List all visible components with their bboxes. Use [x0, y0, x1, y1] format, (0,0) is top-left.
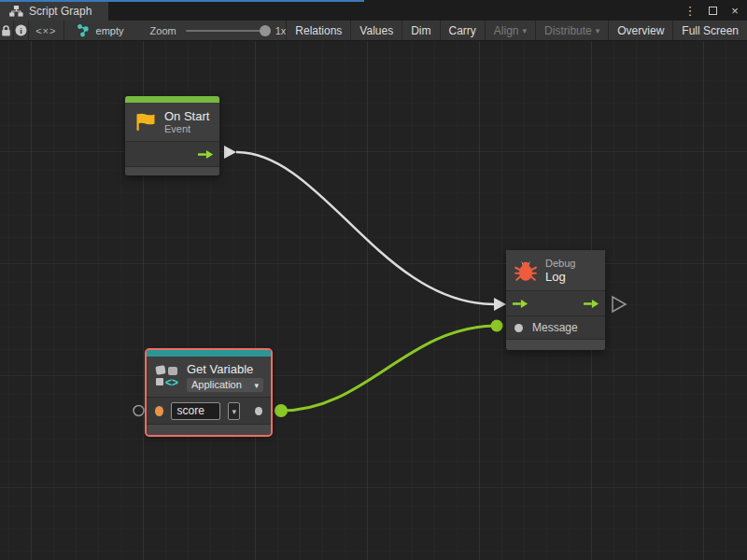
variable-name-dropdown[interactable]: ▾	[228, 402, 240, 420]
node-header[interactable]: On Start Event	[125, 103, 219, 141]
get-variable-value-connector[interactable]	[275, 404, 288, 417]
flow-output-port[interactable]	[197, 149, 214, 160]
overview-button[interactable]: Overview	[609, 21, 673, 40]
graph-canvas[interactable]: On Start Event Debug Log	[0, 41, 747, 560]
sitemap-icon	[9, 6, 23, 17]
graph-pointer-icon	[78, 24, 91, 37]
distribute-button[interactable]: Distribute▾	[536, 21, 609, 40]
zoom-control: Zoom 1x	[150, 21, 287, 40]
chevron-down-icon: ▾	[523, 27, 528, 35]
svg-text:<>: <>	[165, 376, 178, 389]
maximize-icon[interactable]	[706, 2, 719, 21]
close-icon[interactable]: ×	[728, 2, 741, 21]
message-port-label: Message	[532, 321, 578, 334]
port-row: score ▾	[147, 397, 271, 424]
node-on-start[interactable]: On Start Event	[125, 96, 219, 175]
fullscreen-button[interactable]: Full Screen	[673, 21, 747, 40]
tab-script-graph[interactable]: Script Graph	[0, 2, 108, 21]
tab-title: Script Graph	[29, 5, 92, 18]
maximize-box	[709, 7, 717, 15]
zoom-label: Zoom	[150, 25, 176, 36]
info-button[interactable]: i	[13, 21, 28, 40]
graph-reference-button[interactable]: empty	[64, 21, 137, 40]
node-footer	[125, 166, 219, 175]
zoom-value: 1x	[275, 25, 287, 36]
message-port-row: Message	[506, 315, 605, 339]
default-value-input-port[interactable]	[155, 406, 163, 416]
flag-icon	[133, 110, 157, 134]
node-get-variable[interactable]: <> Get Variable Application ▾ score ▾	[147, 350, 271, 435]
graph-reference-label: empty	[96, 25, 124, 36]
zoom-slider[interactable]	[186, 30, 266, 32]
zoom-slider-handle[interactable]	[260, 25, 271, 36]
values-button[interactable]: Values	[351, 21, 402, 40]
debug-log-enter-connector[interactable]	[494, 298, 506, 311]
variable-name-field[interactable]: score	[171, 402, 220, 420]
graph-toolbar: i <×> empty Zoom 1x Relations Values Dim…	[0, 21, 747, 41]
chevron-down-icon: ▾	[254, 382, 259, 390]
variable-boxes-icon: <>	[153, 364, 181, 389]
flow-output-port[interactable]	[583, 299, 599, 309]
value-output-port[interactable]	[255, 407, 262, 415]
relations-button[interactable]: Relations	[287, 21, 351, 40]
control-wire[interactable]	[236, 152, 494, 304]
bug-icon	[514, 259, 538, 283]
lock-button[interactable]	[0, 21, 13, 40]
flow-input-port[interactable]	[512, 299, 529, 309]
window-controls: ⋮ ×	[684, 2, 745, 21]
node-header[interactable]: <> Get Variable Application ▾	[147, 357, 271, 397]
empty-flow-port-hint[interactable]	[613, 297, 626, 312]
on-start-exit-connector[interactable]	[224, 146, 236, 159]
window-tab-bar: Script Graph ⋮ ×	[0, 0, 747, 21]
lock-icon	[0, 24, 12, 37]
variable-scope-dropdown[interactable]: Application ▾	[187, 378, 263, 392]
node-debug-log[interactable]: Debug Log Message	[506, 250, 605, 350]
value-wire[interactable]	[281, 326, 497, 411]
message-input-connector[interactable]	[491, 320, 503, 332]
port-row	[125, 141, 219, 166]
port-row	[506, 290, 605, 315]
chevron-down-icon: ▾	[232, 408, 236, 416]
node-header[interactable]: Debug Log	[506, 250, 605, 290]
variable-color-bar	[147, 350, 271, 357]
node-title: On Start	[164, 109, 209, 123]
align-button[interactable]: Align▾	[486, 21, 536, 40]
event-color-bar	[125, 96, 219, 103]
node-title: Log	[545, 270, 575, 284]
dim-button[interactable]: Dim	[402, 21, 440, 40]
code-preview-button[interactable]: <×>	[29, 21, 64, 40]
chevron-down-icon: ▾	[596, 27, 600, 35]
toolbar-button-group: Relations Values Dim Carry Align▾ Distri…	[286, 21, 747, 40]
node-title: Get Variable	[187, 362, 263, 376]
node-footer	[506, 339, 605, 350]
node-subtitle: Event	[164, 123, 209, 135]
wires-layer	[0, 41, 747, 560]
carry-button[interactable]: Carry	[441, 21, 486, 40]
node-footer	[147, 424, 271, 435]
node-kicker: Debug	[545, 258, 575, 270]
empty-value-port-hint[interactable]	[134, 406, 144, 416]
message-input-port[interactable]	[514, 324, 523, 332]
menu-icon[interactable]: ⋮	[684, 2, 697, 21]
info-icon: i	[15, 24, 27, 36]
